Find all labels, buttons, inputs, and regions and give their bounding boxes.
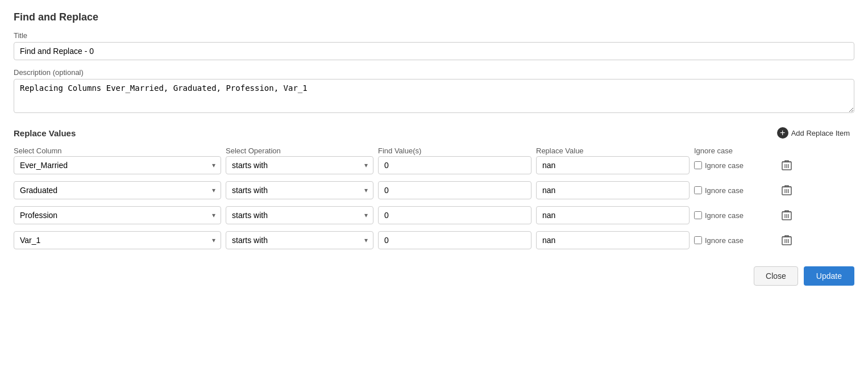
close-button[interactable]: Close	[754, 266, 798, 286]
select-column-0[interactable]: Ever_MarriedGraduatedProfessionVar_1	[14, 156, 221, 174]
ignore-case-checkbox-3[interactable]	[694, 236, 702, 244]
replace-values-title: Replace Values	[14, 128, 76, 138]
select-operation-wrap-2: starts withends withcontainsequals	[226, 206, 373, 224]
description-field-group: Description (optional)	[14, 68, 854, 115]
delete-row-button-1[interactable]	[773, 182, 801, 198]
page-title: Find and Replace	[14, 11, 854, 23]
col-header-ignore_case: Ignore case	[694, 147, 768, 155]
ignore-case-wrap-1: Ignore case	[694, 186, 768, 195]
select-operation-wrap-0: starts withends withcontainsequals	[226, 156, 373, 174]
footer: Close Update	[14, 266, 854, 286]
find-value-input-1[interactable]	[378, 181, 531, 199]
plus-circle-icon: +	[777, 127, 788, 139]
col-header-delete	[773, 147, 801, 155]
col-header-select_operation: Select Operation	[226, 147, 373, 155]
col-header-replace_value: Replace Value	[536, 147, 690, 155]
delete-row-button-0[interactable]	[773, 157, 801, 173]
ignore-case-label-1: Ignore case	[705, 186, 744, 195]
select-column-3[interactable]: Ever_MarriedGraduatedProfessionVar_1	[14, 231, 221, 249]
select-operation-1[interactable]: starts withends withcontainsequals	[226, 181, 373, 199]
select-column-wrap-3: Ever_MarriedGraduatedProfessionVar_1	[14, 231, 221, 249]
table-row: Ever_MarriedGraduatedProfessionVar_1star…	[14, 156, 854, 174]
ignore-case-checkbox-1[interactable]	[694, 186, 702, 194]
description-textarea[interactable]	[14, 79, 854, 113]
trash-icon	[782, 210, 792, 221]
replace-value-input-3[interactable]	[536, 231, 690, 249]
ignore-case-checkbox-0[interactable]	[694, 161, 702, 169]
ignore-case-wrap-0: Ignore case	[694, 161, 768, 170]
update-button[interactable]: Update	[804, 266, 854, 286]
select-column-1[interactable]: Ever_MarriedGraduatedProfessionVar_1	[14, 181, 221, 199]
find-value-input-2[interactable]	[378, 206, 531, 224]
ignore-case-label-3: Ignore case	[705, 236, 744, 245]
title-field-group: Title	[14, 31, 854, 60]
title-input[interactable]	[14, 42, 854, 60]
ignore-case-wrap-2: Ignore case	[694, 211, 768, 220]
table-row: Ever_MarriedGraduatedProfessionVar_1star…	[14, 231, 854, 249]
select-operation-wrap-1: starts withends withcontainsequals	[226, 181, 373, 199]
description-label: Description (optional)	[14, 68, 854, 77]
row-header: Select ColumnSelect OperationFind Value(…	[14, 147, 854, 156]
replace-rows-container: Select ColumnSelect OperationFind Value(…	[14, 147, 854, 249]
trash-icon	[782, 235, 792, 246]
select-column-wrap-1: Ever_MarriedGraduatedProfessionVar_1	[14, 181, 221, 199]
trash-icon	[782, 185, 792, 196]
select-column-wrap-0: Ever_MarriedGraduatedProfessionVar_1	[14, 156, 221, 174]
find-value-input-3[interactable]	[378, 231, 531, 249]
ignore-case-label-0: Ignore case	[705, 161, 744, 170]
col-header-select_column: Select Column	[14, 147, 221, 155]
col-header-find_values: Find Value(s)	[378, 147, 531, 155]
title-label: Title	[14, 31, 854, 40]
replace-value-input-2[interactable]	[536, 206, 690, 224]
ignore-case-checkbox-2[interactable]	[694, 211, 702, 219]
add-replace-item-button[interactable]: + Add Replace Item	[773, 125, 854, 141]
select-operation-wrap-3: starts withends withcontainsequals	[226, 231, 373, 249]
find-value-input-0[interactable]	[378, 156, 531, 174]
delete-row-button-2[interactable]	[773, 207, 801, 223]
ignore-case-wrap-3: Ignore case	[694, 236, 768, 245]
add-replace-label: Add Replace Item	[791, 129, 850, 137]
ignore-case-label-2: Ignore case	[705, 211, 744, 220]
table-row: Ever_MarriedGraduatedProfessionVar_1star…	[14, 181, 854, 199]
replace-values-section-header: Replace Values + Add Replace Item	[14, 125, 854, 141]
select-column-wrap-2: Ever_MarriedGraduatedProfessionVar_1	[14, 206, 221, 224]
select-operation-2[interactable]: starts withends withcontainsequals	[226, 206, 373, 224]
trash-icon	[782, 160, 792, 171]
select-operation-3[interactable]: starts withends withcontainsequals	[226, 231, 373, 249]
replace-value-input-0[interactable]	[536, 156, 690, 174]
delete-row-button-3[interactable]	[773, 232, 801, 248]
table-row: Ever_MarriedGraduatedProfessionVar_1star…	[14, 206, 854, 224]
replace-value-input-1[interactable]	[536, 181, 690, 199]
select-operation-0[interactable]: starts withends withcontainsequals	[226, 156, 373, 174]
select-column-2[interactable]: Ever_MarriedGraduatedProfessionVar_1	[14, 206, 221, 224]
